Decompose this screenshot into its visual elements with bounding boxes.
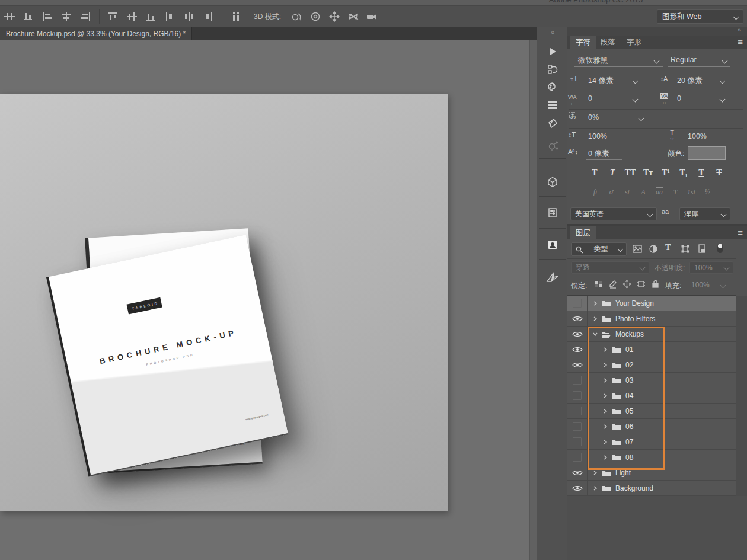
all-caps-button[interactable]: TT bbox=[622, 168, 638, 178]
visibility-toggle[interactable] bbox=[567, 373, 588, 388]
small-caps-button[interactable]: Tᴛ bbox=[640, 168, 656, 178]
visibility-toggle[interactable] bbox=[567, 404, 588, 418]
fractions-button[interactable]: ½ bbox=[700, 188, 714, 197]
visibility-toggle[interactable] bbox=[567, 450, 588, 465]
lock-all-icon[interactable] bbox=[651, 279, 660, 289]
language-select[interactable]: 美国英语 bbox=[570, 207, 657, 220]
swatches-grid-icon[interactable] bbox=[545, 98, 560, 112]
canvas-scrollbar[interactable] bbox=[529, 40, 537, 560]
3d-slide-icon[interactable] bbox=[346, 10, 360, 23]
tab-paragraph[interactable]: 段落 bbox=[595, 36, 621, 49]
actions-icon[interactable] bbox=[545, 44, 560, 59]
lock-position-icon[interactable] bbox=[622, 280, 631, 289]
tracking-field[interactable]: 0 bbox=[677, 94, 681, 103]
layer-row[interactable]: 05 bbox=[567, 404, 736, 419]
ligatures-button[interactable]: fi bbox=[588, 188, 602, 197]
filter-adjustment-layers-icon[interactable] bbox=[649, 244, 658, 254]
chevron-right-icon[interactable] bbox=[593, 301, 598, 306]
history-icon[interactable] bbox=[545, 62, 560, 76]
3d-cube-icon[interactable] bbox=[545, 175, 560, 189]
anti-alias-select[interactable]: 浑厚 bbox=[679, 207, 730, 220]
lock-pixels-icon[interactable] bbox=[608, 280, 617, 289]
panel-menu-icon[interactable]: ≡ bbox=[738, 228, 742, 238]
visibility-toggle[interactable] bbox=[567, 481, 588, 495]
stylistic-alternates-button[interactable]: aa bbox=[652, 188, 666, 197]
3d-orbit-icon[interactable] bbox=[289, 10, 304, 23]
text-color-swatch[interactable] bbox=[688, 146, 726, 160]
layer-row[interactable]: Mockups bbox=[567, 327, 736, 342]
fill-value[interactable]: 100% bbox=[691, 281, 710, 289]
distribute-spacing-icon[interactable] bbox=[229, 10, 243, 23]
tab-character[interactable]: 字符 bbox=[570, 36, 596, 49]
tab-layers[interactable]: 图层 bbox=[570, 226, 596, 239]
layer-filter-toggle[interactable] bbox=[715, 242, 724, 254]
collapse-panels-button[interactable]: « bbox=[537, 28, 568, 36]
font-family-field[interactable]: 微软雅黑 bbox=[578, 56, 608, 66]
visibility-toggle[interactable] bbox=[567, 327, 588, 341]
chevron-right-icon[interactable] bbox=[603, 440, 608, 444]
layer-row[interactable]: Background bbox=[567, 481, 736, 496]
3d-camera-icon[interactable] bbox=[365, 10, 379, 23]
align-vertical-centers-icon[interactable] bbox=[125, 10, 139, 23]
layer-row[interactable]: Photo Filters bbox=[567, 311, 736, 327]
align-left-edges-icon[interactable] bbox=[40, 10, 55, 23]
layer-row[interactable]: 03 bbox=[567, 373, 736, 388]
layer-row[interactable]: 06 bbox=[567, 419, 736, 434]
clone-source-icon[interactable] bbox=[545, 139, 560, 153]
align-bottom-edges-icon[interactable] bbox=[144, 10, 158, 23]
chevron-right-icon[interactable] bbox=[603, 409, 608, 414]
chevron-right-icon[interactable] bbox=[593, 471, 598, 475]
underline-button[interactable]: T bbox=[694, 168, 709, 178]
canvas-area[interactable]: We build distinctive resources We build … bbox=[0, 40, 537, 560]
layer-row[interactable]: 01 bbox=[567, 342, 736, 357]
blend-mode-select[interactable]: 穿透 bbox=[571, 261, 649, 274]
color-palette-icon[interactable] bbox=[545, 80, 560, 94]
subscript-button[interactable]: T₁ bbox=[676, 168, 691, 178]
align-horizontal-centers-icon[interactable] bbox=[59, 10, 74, 23]
chevron-right-icon[interactable] bbox=[603, 455, 608, 460]
baseline-shift-field[interactable]: 0 像素 bbox=[588, 149, 609, 159]
visibility-toggle[interactable] bbox=[567, 434, 588, 449]
distribute-center-icon[interactable] bbox=[182, 10, 196, 23]
align-top-edges-icon[interactable] bbox=[106, 10, 120, 23]
properties-icon[interactable] bbox=[545, 206, 560, 220]
tab-glyphs[interactable]: 字形 bbox=[621, 36, 647, 49]
swash-button[interactable]: A bbox=[636, 188, 650, 197]
visibility-toggle[interactable] bbox=[567, 357, 588, 372]
visibility-toggle[interactable] bbox=[567, 388, 588, 403]
layer-row[interactable]: 04 bbox=[567, 388, 736, 404]
portrait-icon[interactable] bbox=[545, 238, 560, 252]
visibility-toggle[interactable] bbox=[567, 311, 588, 326]
document-tab[interactable]: Brochure Mockup.psd @ 33.3% (Your Design… bbox=[0, 27, 192, 40]
chevron-right-icon[interactable] bbox=[603, 347, 608, 352]
filter-pixel-layers-icon[interactable] bbox=[632, 244, 643, 254]
chevron-down-icon[interactable] bbox=[593, 332, 598, 337]
ordinals-button[interactable]: 1st bbox=[684, 188, 698, 197]
chevron-right-icon[interactable] bbox=[603, 424, 608, 429]
layer-row[interactable]: 02 bbox=[567, 357, 736, 373]
faux-italic-button[interactable]: T bbox=[605, 168, 620, 178]
font-size-field[interactable]: 14 像素 bbox=[588, 76, 613, 86]
lock-transparency-icon[interactable] bbox=[594, 280, 603, 289]
font-style-field[interactable]: Regular bbox=[671, 56, 697, 64]
layer-row[interactable]: Light bbox=[567, 465, 736, 481]
expand-panels-button[interactable]: » bbox=[738, 26, 741, 33]
layer-row[interactable]: 08 bbox=[567, 450, 736, 465]
strikethrough-button[interactable]: T bbox=[711, 168, 727, 178]
layer-row[interactable]: 07 bbox=[567, 434, 736, 450]
align-right-edges-icon[interactable] bbox=[78, 10, 92, 23]
layer-filter-kind-select[interactable]: 类型 bbox=[571, 242, 627, 256]
tsume-field[interactable]: 0% bbox=[588, 113, 599, 121]
layer-row[interactable]: Your Design bbox=[567, 296, 736, 311]
discretionary-ligatures-button[interactable]: st bbox=[620, 188, 634, 197]
distribute-left-icon[interactable] bbox=[163, 10, 177, 23]
chevron-right-icon[interactable] bbox=[593, 486, 598, 491]
distribute-right-icon[interactable] bbox=[201, 10, 215, 23]
opacity-field[interactable]: 100% bbox=[689, 261, 733, 274]
filter-shape-layers-icon[interactable] bbox=[681, 244, 690, 254]
filter-smart-objects-icon[interactable] bbox=[697, 244, 707, 254]
chevron-right-icon[interactable] bbox=[603, 393, 608, 398]
styles-icon[interactable] bbox=[545, 117, 560, 131]
align-baseline-icon[interactable] bbox=[21, 10, 36, 23]
horizontal-scale-field[interactable]: 100% bbox=[688, 132, 707, 140]
